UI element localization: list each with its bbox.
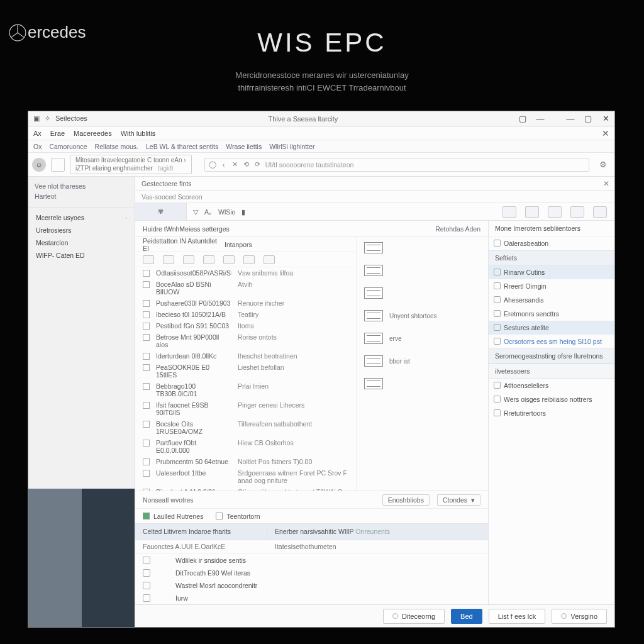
check-b[interactable]: Teentortorn (216, 513, 260, 520)
right-item-1-4[interactable]: Sesturcs atelite (489, 321, 614, 335)
right-item-1-2[interactable]: Ahesersandis (489, 293, 614, 307)
row-checkbox[interactable] (143, 421, 150, 428)
row-checkbox[interactable] (143, 364, 150, 371)
tab-3[interactable]: LeB WL & tharect sentits (146, 143, 218, 150)
row-checkbox[interactable] (143, 270, 150, 277)
tool-icon-5[interactable] (593, 206, 607, 218)
doc-icon[interactable] (51, 158, 65, 172)
meta-select-2[interactable]: Ctondes▾ (437, 494, 480, 506)
nav-item-0[interactable]: Mcerrele usyoes· (28, 211, 135, 224)
win-min2-icon[interactable]: — (562, 114, 579, 123)
table-row[interactable]: Partfiuev fObt E0,0.0I.000Hiew CB Ositer… (135, 437, 356, 456)
subgrid-row[interactable]: DitTrocath E90 Wel iteras (135, 567, 488, 579)
table-row[interactable]: Ibecieso t0l 1050!21A/BTeatliry (135, 309, 356, 320)
table-row[interactable]: Bocsloe Oits 1RUSE0A/OMZTilfereafcen sat… (135, 418, 356, 437)
table-row[interactable]: Pirsohert A.M.6.0/61Otimoretibuened tart… (135, 486, 356, 491)
right-item-1-3[interactable]: Eretmonrs sencttrs (489, 307, 614, 321)
list-icon-1[interactable] (143, 255, 154, 264)
meta-select-1[interactable]: Enoshbliobs (382, 494, 430, 506)
footer-btn-primary[interactable]: Bed (451, 609, 482, 624)
right-item-1-1[interactable]: Rreertl Oimgin (489, 279, 614, 293)
tool-icon-1[interactable] (502, 206, 516, 218)
thumbnail[interactable] (364, 287, 480, 299)
table-row[interactable]: Betrose Mnt 90P000ll aiosRorise ontots (135, 331, 356, 350)
titlebar-icon-2[interactable]: ✧ (45, 114, 50, 123)
table-row[interactable]: Pestibod fGn S91 50C03Itoms (135, 320, 356, 331)
nav-item-2[interactable]: Mestarcion (28, 236, 135, 249)
right-item-3-1[interactable]: Wers oisges reibiiaiso nottrers (489, 392, 614, 406)
right-item-3-2[interactable]: Rretutirertoors (489, 406, 614, 420)
right-item-3-0[interactable]: Atltoenseleliers (489, 379, 614, 392)
list-icon-7[interactable] (264, 255, 275, 264)
strip-close-icon[interactable]: ✕ (603, 179, 609, 188)
nav-item-1[interactable]: Uretrosiesrs (28, 224, 135, 236)
tool-wis-label[interactable]: WlSio (218, 208, 235, 216)
menu-item-3[interactable]: With lublitis (121, 130, 156, 137)
center-header-right[interactable]: Retohdas Aden (435, 225, 480, 233)
table-row[interactable]: Pushaere030l P0/501903Renuore ihicher (135, 297, 356, 309)
tool-icon-2[interactable] (525, 206, 539, 218)
row-checkbox[interactable] (143, 458, 150, 465)
tab-close-icon[interactable]: ✕ (602, 128, 609, 138)
table-row[interactable]: Ifsit faocnet E9SB 90iT0/lSPinger cenesi… (135, 399, 356, 418)
tab-0[interactable]: Ox (33, 143, 42, 150)
thumbnail[interactable] (364, 242, 480, 253)
tool-icon-4[interactable] (570, 206, 584, 218)
thumbnail[interactable]: Unyent shtortoes (364, 310, 480, 321)
row-checkbox[interactable] (143, 300, 150, 307)
thumbnail[interactable] (364, 265, 480, 276)
footer-btn-4[interactable]: Versgino (552, 609, 607, 624)
win-min-icon[interactable]: — (531, 114, 549, 123)
avatar-icon[interactable]: ☺ (32, 158, 46, 172)
tab-5[interactable]: WllrlSi ilghintter (269, 143, 314, 150)
row-checkbox[interactable] (143, 440, 150, 447)
footer-btn-3[interactable]: List f ees lck (489, 609, 546, 624)
footer-btn-1[interactable]: Diteceorng (383, 609, 445, 624)
nav-reload-icon[interactable]: ⟲ (243, 161, 250, 169)
menu-item-1[interactable]: Erae (50, 130, 65, 137)
tab-4[interactable]: Wrase iiettis (226, 143, 262, 150)
subgrid-row[interactable]: Iurw (135, 592, 488, 604)
table-row[interactable]: Bebbrago100 TB30B.0iC/01Prlai lmien (135, 380, 356, 399)
right-item-1-5[interactable]: Ocrsotorrs ees sm heing SI10 pst (489, 335, 614, 348)
list-icon-3[interactable] (183, 255, 194, 264)
row-checkbox[interactable] (143, 470, 150, 477)
subgrid-row[interactable]: Wdlilek ir snsidoe sentis (135, 554, 488, 567)
nav-fwd-icon[interactable]: ⟳ (254, 161, 262, 169)
address-bar[interactable]: ◯ ‹ ✕ ⟲ ⟳ UI/tI sooooorene tautstinateon (204, 158, 589, 172)
tool-exec-icon[interactable]: ▮ (242, 208, 245, 216)
titlebar-icon-1[interactable]: ▣ (33, 114, 40, 123)
menu-item-2[interactable]: Macereedes (74, 130, 112, 137)
subgrid-row[interactable]: Wastrel Mosrl acocondrenitr (135, 579, 488, 592)
win-max-icon[interactable]: ▢ (579, 114, 597, 123)
list-icon-6[interactable] (243, 255, 255, 264)
win-close-icon[interactable]: ✕ (597, 114, 614, 123)
nav-stop-icon[interactable]: ✕ (231, 161, 239, 169)
list-icon-2[interactable] (163, 255, 174, 264)
list-icon-5[interactable] (223, 255, 235, 264)
row-checkbox[interactable] (143, 311, 150, 318)
gear-icon[interactable]: ⚙ (599, 160, 611, 169)
thumbnail[interactable] (364, 378, 480, 389)
table-row[interactable]: PeaSOOKR0E E0 15tllESLieshet befollan (135, 362, 356, 380)
tool-icon-3[interactable] (548, 206, 562, 218)
table-row[interactable]: Odtasiisosot058P/ASRi/StVsw snibsmis lil… (135, 267, 356, 279)
menu-item-0[interactable]: Ax (33, 130, 42, 137)
tool-home-icon[interactable]: ✾ (135, 203, 187, 220)
row-checkbox[interactable] (143, 334, 150, 341)
right-item-1-0[interactable]: Rinarw Cutins (489, 265, 614, 279)
check-a[interactable]: Laulled Rutrenes (143, 513, 203, 520)
tab-1[interactable]: Camoruonce (49, 143, 87, 150)
nav-back-icon[interactable]: ‹ (220, 161, 228, 169)
filter-icon[interactable]: ▽ (193, 208, 198, 216)
table-row[interactable]: BoceAlao sD BSNi BllUOWAtvih (135, 279, 356, 297)
nav-item-3[interactable]: WlFP- Caten ED (28, 249, 135, 262)
right-item-top[interactable]: Oalerasbeation (489, 236, 614, 250)
tab-2[interactable]: Rellatse mous. (95, 143, 138, 150)
win-restore-icon[interactable]: ▢ (514, 114, 531, 123)
nav-refresh-icon[interactable]: ◯ (209, 161, 216, 169)
thumbnail[interactable]: erve (364, 333, 480, 344)
table-row[interactable]: Ualeserfoot 1ltbeSrdgoenraea witnerr For… (135, 467, 356, 486)
row-checkbox[interactable] (143, 323, 150, 330)
table-row[interactable]: Prubmcentm 50 64etnueNoltiet Pos fstners… (135, 456, 356, 467)
